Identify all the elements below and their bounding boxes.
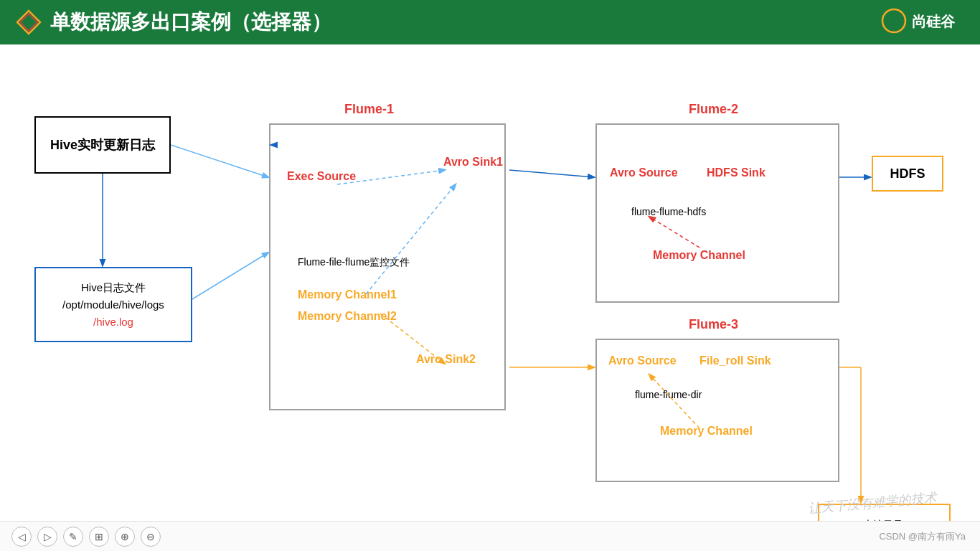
f1-avro-sink1: Avro Sink1 bbox=[443, 156, 503, 169]
f1-mem-ch2: Memory Channel2 bbox=[298, 310, 397, 323]
f1-avro-sink2: Avro Sink2 bbox=[416, 353, 476, 366]
flume3-label: Flume-3 bbox=[689, 317, 738, 332]
page-title: 单数据源多出口案例（选择器） bbox=[50, 9, 331, 36]
diamond-icon bbox=[14, 8, 43, 37]
nav-forward-button[interactable]: ▷ bbox=[37, 527, 57, 547]
logo-text: 尚硅谷 bbox=[912, 14, 956, 29]
hive-file-line3: /hive.log bbox=[93, 314, 133, 331]
flume2-label: Flume-2 bbox=[689, 102, 738, 117]
logo-right: U 尚硅谷 bbox=[880, 6, 966, 38]
f3-avro-source: Avro Source bbox=[608, 354, 677, 367]
nav-edit-button[interactable]: ✎ bbox=[63, 527, 83, 547]
f3-mem-ch: Memory Channel bbox=[660, 425, 753, 438]
header: 单数据源多出口案例（选择器） U 尚硅谷 bbox=[0, 0, 980, 44]
hive-file-line2: /opt/module/hive/logs bbox=[62, 296, 164, 314]
f2-hdfs-sink: HDFS Sink bbox=[707, 166, 765, 179]
hive-file-line1: Hive日志文件 bbox=[81, 279, 146, 296]
f1-file-label: Flume-file-flume监控文件 bbox=[298, 256, 410, 269]
svg-line-5 bbox=[171, 145, 268, 177]
svg-text:U: U bbox=[890, 15, 898, 27]
nav-back-button[interactable]: ◁ bbox=[11, 527, 32, 547]
f2-mem-ch: Memory Channel bbox=[653, 249, 745, 262]
hive-log-box: Hive实时更新日志 bbox=[34, 116, 171, 174]
hive-file-box: Hive日志文件 /opt/module/hive/logs /hive.log bbox=[34, 267, 192, 342]
bottom-bar: ◁ ▷ ✎ ⊞ ⊕ ⊖ CSDN @南方有雨Ya bbox=[0, 521, 980, 551]
f3-file-sink: File_roll Sink bbox=[699, 354, 771, 367]
main-diagram: Hive实时更新日志 Hive日志文件 /opt/module/hive/log… bbox=[0, 44, 980, 551]
f1-exec-source: Exec Source bbox=[287, 170, 356, 183]
nav-grid-button[interactable]: ⊞ bbox=[89, 527, 109, 547]
f2-avro-source: Avro Source bbox=[610, 166, 678, 179]
f2-flume-label: flume-flume-hdfs bbox=[631, 206, 706, 217]
svg-line-11 bbox=[509, 170, 594, 177]
hdfs-box: HDFS bbox=[872, 156, 943, 192]
hive-log-text: Hive实时更新日志 bbox=[50, 136, 155, 154]
svg-line-7 bbox=[192, 253, 268, 299]
header-logo-left: 单数据源多出口案例（选择器） bbox=[14, 8, 331, 37]
nav-zoom-in-button[interactable]: ⊕ bbox=[115, 527, 135, 547]
hdfs-text: HDFS bbox=[890, 166, 925, 182]
nav-zoom-out-button[interactable]: ⊖ bbox=[141, 527, 161, 547]
f1-mem-ch1: Memory Channel1 bbox=[298, 288, 397, 301]
flume1-label: Flume-1 bbox=[344, 102, 394, 117]
f3-flume-label: flume-flume-dir bbox=[635, 389, 702, 400]
bottom-credit: CSDN @南方有雨Ya bbox=[879, 530, 966, 543]
